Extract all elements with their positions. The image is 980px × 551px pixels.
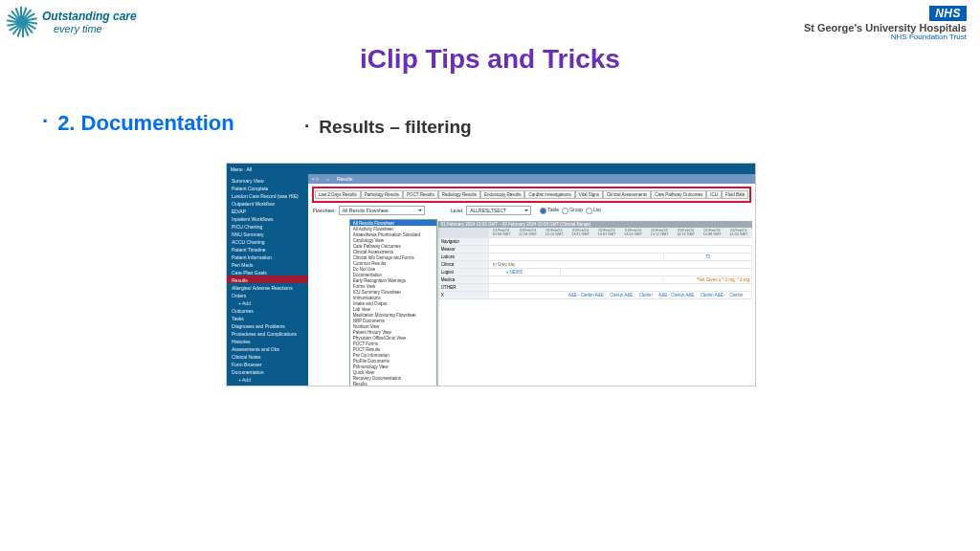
grid-col-header: 01/Feb/24 13:56 GMT xyxy=(620,228,647,237)
grid-col-header: 01/Feb/24 12:58 GMT xyxy=(515,228,542,237)
filter-tab[interactable]: ICU xyxy=(706,190,722,199)
grid-column-headers: 01/Feb/24 10:03 GMT01/Feb/24 12:58 GMT01… xyxy=(438,228,752,238)
section-label: 2. Documentation xyxy=(57,111,234,136)
grid-legend: A&E - Clerkin A&E · Clerkin A&E · Clerki… xyxy=(568,293,749,298)
grid-col-header: 01/Feb/24 14:53 GMT xyxy=(725,228,752,237)
sidebar-item[interactable]: Outpatient Workflow xyxy=(227,199,308,207)
breadcrumb: < > ⌂ Results xyxy=(308,174,755,184)
sidebar-item[interactable]: Orders xyxy=(227,291,308,298)
grid-col-header: 01/Feb/24 14:13 GMT xyxy=(673,228,700,237)
sidebar-item[interactable]: Procedures and Complications xyxy=(227,330,308,338)
burst-icon xyxy=(6,6,38,38)
legend-link[interactable]: Clerkin A&E · xyxy=(610,293,635,298)
sidebar-item[interactable]: Summary View xyxy=(227,176,308,184)
trust-subtext: NHS Foundation Trust xyxy=(804,33,967,41)
grid-value[interactable]: 75 xyxy=(664,253,752,260)
level-select[interactable]: ALLRESLTSECT xyxy=(466,206,531,215)
grid-date-header: 01 February 2024 10:03 GMT – 02 February… xyxy=(438,221,752,228)
menu-label: Menu · All xyxy=(231,166,252,172)
sidebar-item[interactable]: Form Browser xyxy=(227,361,308,368)
brand-tagline-2: every time xyxy=(54,23,137,34)
sidebar-item[interactable]: London Care Record (was HIE) xyxy=(227,191,308,199)
home-icon[interactable]: ⌂ xyxy=(326,176,329,182)
sidebar-item[interactable]: Peri Meds xyxy=(227,260,308,268)
filter-tab[interactable]: Last 2 Days Results xyxy=(315,190,361,199)
filter-tab[interactable]: Fluid Bala xyxy=(722,190,748,199)
radio-table[interactable] xyxy=(540,208,546,214)
legend-link[interactable]: Clerkin · xyxy=(639,293,656,298)
sidebar-item[interactable]: ACCU Charting xyxy=(227,237,308,245)
main-panel: < > ⌂ Results Last 2 Days ResultsPatholo… xyxy=(308,174,755,386)
filter-tab[interactable]: Cardiac Investigations xyxy=(524,190,574,199)
filter-tab[interactable]: Endoscopy Results xyxy=(480,190,525,199)
flowsheet-dropdown-popup[interactable]: All Results FlowsheetAll Activity Flowsh… xyxy=(349,219,437,386)
grid-col-header: 01/Feb/24 14:12 GMT xyxy=(647,228,674,237)
sidebar-item[interactable]: Patient Information xyxy=(227,253,308,260)
dropdown-option[interactable]: Results xyxy=(350,381,436,386)
brand-logo-right: NHS St George's University Hospitals NHS… xyxy=(804,4,967,41)
sidebar-item[interactable]: Outcomes xyxy=(227,307,308,315)
nav-sidebar: Summary ViewPatient CompleteLondon Care … xyxy=(227,174,308,386)
sidebar-item[interactable]: Results xyxy=(227,276,308,283)
filter-tab-row: Last 2 Days ResultsPathology ResultsPOCT… xyxy=(312,187,751,203)
sidebar-item[interactable]: Care Plan Goals xyxy=(227,268,308,276)
grid-col-header: 01/Feb/24 13:31 GMT xyxy=(594,228,621,237)
flowsheet-label: Flowsheet: xyxy=(313,208,336,213)
grid-col-header: 01/Feb/24 13:24 GMT xyxy=(542,228,568,237)
not-given-note: *Not Given 1 * 2 mg, * 2 mg xyxy=(663,276,752,283)
breadcrumb-current: Results xyxy=(337,176,353,182)
sidebar-add-button[interactable]: + Add xyxy=(227,376,308,384)
grid-col-header: 01/Feb/24 14:38 GMT xyxy=(700,228,726,237)
sidebar-item[interactable]: Diagnoses and Problems xyxy=(227,322,308,330)
sidebar-item[interactable]: Assessments and Obs xyxy=(227,345,308,353)
grid-col-header: 01/Feb/24 13:31 GMT xyxy=(568,228,594,237)
greyday-label: n) Grey day xyxy=(489,261,752,268)
section-bullet: · 2. Documentation xyxy=(42,111,234,136)
nav-back-icon[interactable]: < > xyxy=(312,176,319,182)
bullet-dot-icon: · xyxy=(42,111,48,132)
topic-bullet: · Results – filtering xyxy=(304,117,472,138)
filter-tab[interactable]: Pathology Results xyxy=(361,190,403,199)
filter-tab[interactable]: Care Pathway Outcomes xyxy=(651,190,706,199)
flowsheet-select[interactable]: All Results Flowsheet xyxy=(339,206,425,215)
sidebar-item[interactable]: PICU Charting xyxy=(227,222,308,230)
sidebar-item[interactable]: Histories xyxy=(227,338,308,345)
sidebar-item[interactable]: Allergies/ Adverse Reactions xyxy=(227,283,308,291)
sidebar-item[interactable]: Inpatient Workflows xyxy=(227,214,308,222)
level-label: Level: xyxy=(451,208,463,213)
filter-tab[interactable]: Radiology Results xyxy=(438,190,480,199)
radio-list[interactable] xyxy=(586,208,592,214)
results-grid: 01 February 2024 10:03 GMT – 02 February… xyxy=(438,221,752,299)
topic-label: Results – filtering xyxy=(319,117,471,138)
sidebar-item[interactable]: Documentation xyxy=(227,368,308,376)
app-screenshot: Menu · All Summary ViewPatient CompleteL… xyxy=(226,163,756,386)
legend-link[interactable]: A&E - Clerkin A&E · xyxy=(568,293,607,298)
brand-logo-left: Outstanding care every time xyxy=(6,6,137,38)
app-menu-bar[interactable]: Menu · All xyxy=(227,164,755,174)
sidebar-item[interactable]: Patient Complete xyxy=(227,184,308,191)
brand-tagline-1: Outstanding care xyxy=(42,10,137,23)
slide-title: iClip Tips and Tricks xyxy=(0,44,980,75)
grid-col-header: 01/Feb/24 10:03 GMT xyxy=(489,228,516,237)
sidebar-item[interactable]: NNU Summary xyxy=(227,230,308,237)
bullet-dot-icon: · xyxy=(304,117,309,135)
sidebar-item[interactable]: Clinical Notes xyxy=(227,353,308,361)
radio-group[interactable] xyxy=(562,208,568,214)
sidebar-item[interactable]: Patient Timeline xyxy=(227,245,308,253)
news-expand[interactable]: + NEWS xyxy=(489,269,562,276)
legend-link[interactable]: Clerkin · xyxy=(729,293,746,298)
flowsheet-controls: Flowsheet: All Results Flowsheet Level: … xyxy=(308,206,755,215)
legend-link[interactable]: Clerkin A&E · xyxy=(701,293,726,298)
nhs-badge-icon: NHS xyxy=(929,6,967,21)
sidebar-item[interactable]: ED/AP xyxy=(227,207,308,214)
sidebar-add-button[interactable]: + Add xyxy=(227,299,308,307)
filter-tab[interactable]: Clinical Assessments xyxy=(603,190,651,199)
filter-tab[interactable]: POCT Results xyxy=(403,190,438,199)
filter-tab[interactable]: Vital Signs xyxy=(575,190,603,199)
legend-link[interactable]: A&E - Clerkin A&E · xyxy=(658,293,697,298)
sidebar-item[interactable]: Tasks xyxy=(227,315,308,322)
